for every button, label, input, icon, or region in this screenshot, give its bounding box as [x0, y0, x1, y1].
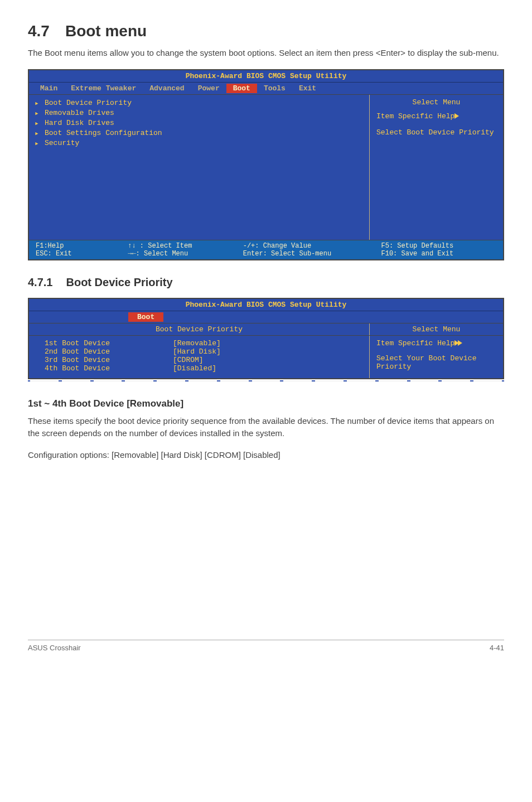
- bios-main-screenshot: Phoenix-Award BIOS CMOS Setup Utility Ma…: [28, 69, 504, 260]
- submenu-arrow-icon: ▸: [35, 99, 45, 108]
- subsection-heading: 4.7.1Boot Device Priority: [28, 276, 504, 289]
- bios-legend: F1:Help ESC: Exit ↑↓ : Select Item →←: S…: [29, 240, 503, 259]
- tab-power[interactable]: Power: [191, 84, 226, 93]
- sub-tab-boot[interactable]: Boot: [128, 312, 163, 322]
- boot-device-row-2[interactable]: 2nd Boot Device [Hard Disk]: [45, 347, 361, 356]
- help-pointer-icon: [454, 113, 459, 119]
- page-footer: ASUS Crosshair 4-41: [28, 640, 504, 652]
- bios-item-boot-device-priority[interactable]: ▸ Boot Device Priority: [35, 98, 364, 108]
- bios-item-security[interactable]: ▸ Security: [35, 138, 364, 148]
- svg-marker-2: [458, 340, 462, 346]
- legend-select-submenu: Enter: Select Sub-menu: [243, 250, 381, 258]
- section-number: 4.7: [28, 22, 50, 40]
- section-heading: 4.7Boot menu: [28, 22, 504, 40]
- legend-save-exit: F10: Save and Exit: [381, 250, 497, 258]
- bios-item-removable-drives[interactable]: ▸ Removable Drives: [35, 108, 364, 118]
- subsection-title-text: Boot Device Priority: [66, 276, 172, 288]
- bios-sub-body: 1st Boot Device [Removable] 2nd Boot Dev…: [29, 335, 503, 378]
- help-body: Select Boot Device Priority: [376, 128, 496, 137]
- legend-change-value: -/+: Change Value: [243, 242, 381, 250]
- bios-help-panel: Select Menu Item Specific Help Select Bo…: [369, 95, 503, 240]
- option-config: Configuration options: [Removable] [Hard…: [28, 449, 504, 461]
- submenu-arrow-icon: ▸: [35, 129, 45, 138]
- tab-main[interactable]: Main: [33, 84, 64, 93]
- bios-sub-title: Phoenix-Award BIOS CMOS Setup Utility: [29, 299, 503, 311]
- legend-select-item: ↑↓ : Select Item: [128, 242, 243, 250]
- footer-right: 4-41: [490, 644, 504, 652]
- sub-help-line1: Item Specific Help: [376, 339, 496, 347]
- legend-esc: ESC: Exit: [36, 250, 128, 258]
- truncated-bottom-indicator: [28, 380, 504, 381]
- submenu-arrow-icon: ▸: [35, 139, 45, 148]
- submenu-arrow-icon: ▸: [35, 109, 45, 118]
- legend-select-menu: →←: Select Menu: [128, 250, 243, 258]
- bios-sub-left: 1st Boot Device [Removable] 2nd Boot Dev…: [29, 336, 369, 378]
- sub-left-caption: Boot Device Priority: [29, 323, 369, 335]
- bios-sub-screenshot: Phoenix-Award BIOS CMOS Setup Utility Bo…: [28, 298, 504, 379]
- tab-exit[interactable]: Exit: [292, 84, 323, 93]
- tab-tools[interactable]: Tools: [257, 84, 292, 93]
- bios-title: Phoenix-Award BIOS CMOS Setup Utility: [29, 70, 503, 83]
- bios-item-boot-settings-configuration[interactable]: ▸ Boot Settings Configuration: [35, 128, 364, 138]
- boot-device-row-3[interactable]: 3rd Boot Device [CDROM]: [45, 356, 361, 364]
- boot-device-row-4[interactable]: 4th Boot Device [Disabled]: [45, 364, 361, 373]
- subsection-number: 4.7.1: [28, 276, 52, 288]
- help-pointer-icon: [458, 340, 462, 346]
- legend-f1: F1:Help: [36, 242, 128, 250]
- bios-sub-tabs: Boot: [29, 311, 503, 323]
- option-heading: 1st ~ 4th Boot Device [Removable]: [28, 398, 504, 409]
- submenu-arrow-icon: ▸: [35, 119, 45, 128]
- bios-item-hard-disk-drives[interactable]: ▸ Hard Disk Drives: [35, 118, 364, 128]
- bios-sub-help: Item Specific Help Select Your Boot Devi…: [369, 336, 503, 378]
- bios-left-panel: ▸ Boot Device Priority ▸ Removable Drive…: [29, 95, 369, 240]
- bios-sub-caption-row: Boot Device Priority Select Menu: [29, 323, 503, 335]
- sub-right-caption: Select Menu: [369, 323, 503, 335]
- option-description: These items specify the boot device prio…: [28, 415, 504, 439]
- boot-device-row-1[interactable]: 1st Boot Device [Removable]: [45, 339, 361, 347]
- tab-boot[interactable]: Boot: [226, 84, 257, 93]
- section-title-text: Boot menu: [65, 22, 147, 40]
- bios-menu-tabs: Main Extreme Tweaker Advanced Power Boot…: [29, 83, 503, 94]
- help-line1: Item Specific Help: [376, 112, 496, 120]
- footer-left: ASUS Crosshair: [28, 644, 81, 652]
- section-intro: The Boot menu items allow you to change …: [28, 47, 504, 59]
- svg-marker-0: [454, 113, 459, 119]
- bios-main-panel: ▸ Boot Device Priority ▸ Removable Drive…: [29, 94, 503, 240]
- legend-setup-defaults: F5: Setup Defaults: [381, 242, 497, 250]
- tab-advanced[interactable]: Advanced: [143, 84, 191, 93]
- help-title: Select Menu: [376, 98, 496, 107]
- sub-help-body: Select Your Boot Device Priority: [376, 354, 496, 371]
- tab-extreme-tweaker[interactable]: Extreme Tweaker: [64, 84, 143, 93]
